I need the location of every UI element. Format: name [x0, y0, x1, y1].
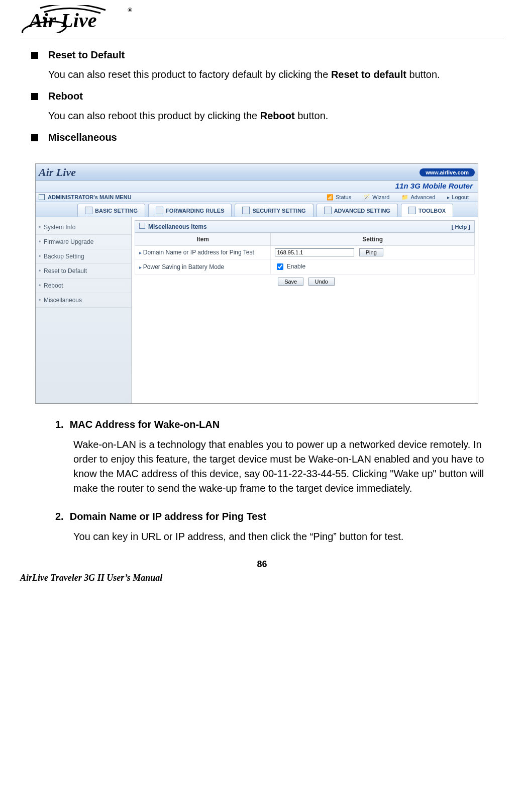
- row-ping-setting: Ping: [271, 246, 475, 259]
- section-reset: Reset to Default: [31, 49, 504, 61]
- section-title-reboot: Reboot: [48, 91, 83, 102]
- tab-basic[interactable]: BASIC SETTING: [77, 204, 145, 217]
- square-bullet-icon: [31, 52, 38, 59]
- panel-title-text: Miscellaneous Items: [148, 223, 207, 230]
- sidebar-item-misc[interactable]: Miscellaneous: [36, 293, 131, 308]
- col-setting: Setting: [271, 233, 475, 246]
- svg-text:Air Live: Air Live: [28, 9, 96, 32]
- status-icon: 📶: [327, 194, 334, 200]
- button-row: Save Undo: [135, 275, 475, 289]
- sidebar-item-reboot[interactable]: Reboot: [36, 279, 131, 293]
- panel-title-bar: Miscellaneous Items [ Help ]: [135, 220, 475, 233]
- number-2: 2.: [55, 511, 64, 522]
- table-row: Domain Name or IP address for Ping Test …: [135, 246, 475, 259]
- numbered-heading-2: 2. Domain Name or IP address for Ping Te…: [55, 511, 504, 522]
- section-body-reboot: You can also reboot this product by clic…: [48, 109, 504, 123]
- row-power-label: Power Saving in Battery Mode: [135, 259, 271, 275]
- tab-advanced[interactable]: ADVANCED SETTING: [317, 204, 398, 217]
- router-screenshot: Air Live www.airlive.com 11n 3G Mobile R…: [35, 163, 478, 404]
- section-body-reset: You can also reset this product to facto…: [48, 68, 504, 81]
- content-panel: Miscellaneous Items [ Help ] Item Settin…: [132, 217, 478, 403]
- sidebar-item-firmware[interactable]: Firmware Upgrade: [36, 235, 131, 249]
- router-model-title: 11n 3G Mobile Router: [36, 181, 478, 193]
- square-bullet-icon: [31, 134, 38, 141]
- arrow-icon: ▸: [447, 195, 450, 200]
- svg-text:®: ®: [128, 7, 132, 14]
- table-row: Power Saving in Battery Mode Enable: [135, 259, 475, 275]
- numbered-body-2: You can key in URL or IP address, and th…: [73, 529, 490, 544]
- sidebar-item-system-info[interactable]: System Info: [36, 220, 131, 235]
- help-link[interactable]: [ Help ]: [452, 224, 470, 230]
- brand-logo: Air Live ®: [20, 5, 136, 39]
- numbered-heading-1: 1. MAC Address for Wake-on-LAN: [55, 419, 504, 430]
- row-ping-label: Domain Name or IP address for Ping Test: [135, 246, 271, 259]
- logo-header: Air Live ®: [20, 0, 504, 39]
- heading-1-title: MAC Address for Wake-on-LAN: [70, 419, 220, 430]
- section-title-misc: Miscellaneous: [48, 132, 117, 143]
- menu-toggle-icon[interactable]: [39, 194, 45, 200]
- router-brand-logo: Air Live: [39, 166, 76, 179]
- ping-address-input[interactable]: [275, 248, 354, 256]
- save-button[interactable]: Save: [278, 278, 303, 286]
- undo-button[interactable]: Undo: [308, 278, 335, 286]
- tab-icon: [242, 207, 250, 214]
- panel-icon: [139, 223, 145, 229]
- settings-table: Item Setting Domain Name or IP address f…: [135, 233, 475, 275]
- sidebar-item-reset[interactable]: Reset to Default: [36, 264, 131, 279]
- enable-label: Enable: [287, 263, 305, 270]
- sidebar: System Info Firmware Upgrade Backup Sett…: [36, 217, 132, 403]
- row-power-setting: Enable: [271, 259, 475, 275]
- menu-advanced[interactable]: 📁Advanced: [401, 194, 435, 200]
- url-pill[interactable]: www.airlive.com: [420, 168, 475, 176]
- menu-logout[interactable]: ▸Logout: [447, 194, 469, 200]
- number-1: 1.: [55, 419, 64, 430]
- menu-wizard[interactable]: 🪄Wizard: [363, 194, 389, 200]
- section-reboot: Reboot: [31, 91, 504, 102]
- tab-icon: [324, 207, 332, 214]
- tab-toolbox[interactable]: TOOLBOX: [401, 204, 453, 217]
- tab-forwarding[interactable]: FORWARDING RULES: [148, 204, 232, 217]
- main-menu-title: ADMINISTRATOR's MAIN MENU: [48, 194, 132, 200]
- sidebar-item-backup[interactable]: Backup Setting: [36, 249, 131, 264]
- tab-row: BASIC SETTING FORWARDING RULES SECURITY …: [36, 202, 478, 217]
- section-title-reset: Reset to Default: [48, 49, 125, 61]
- tab-icon: [156, 207, 163, 214]
- main-menu-bar: ADMINISTRATOR's MAIN MENU 📶Status 🪄Wizar…: [36, 193, 478, 202]
- wizard-icon: 🪄: [363, 194, 370, 200]
- ping-button[interactable]: Ping: [359, 248, 383, 256]
- advanced-icon: 📁: [401, 194, 408, 200]
- tab-icon: [85, 207, 92, 214]
- heading-2-title: Domain Name or IP address for Ping Test: [70, 511, 267, 522]
- tab-security[interactable]: SECURITY SETTING: [235, 204, 313, 217]
- col-item: Item: [135, 233, 271, 246]
- numbered-body-1: Wake-on-LAN is a technology that enables…: [73, 437, 490, 496]
- footer-text: AirLive Traveler 3G II User’s Manual: [0, 570, 524, 588]
- menu-status[interactable]: 📶Status: [327, 194, 351, 200]
- screenshot-header: Air Live www.airlive.com: [36, 164, 478, 181]
- page-number: 86: [20, 559, 504, 570]
- section-misc: Miscellaneous: [31, 132, 504, 143]
- tab-icon: [408, 207, 416, 214]
- square-bullet-icon: [31, 93, 38, 100]
- power-saving-checkbox[interactable]: [277, 263, 283, 270]
